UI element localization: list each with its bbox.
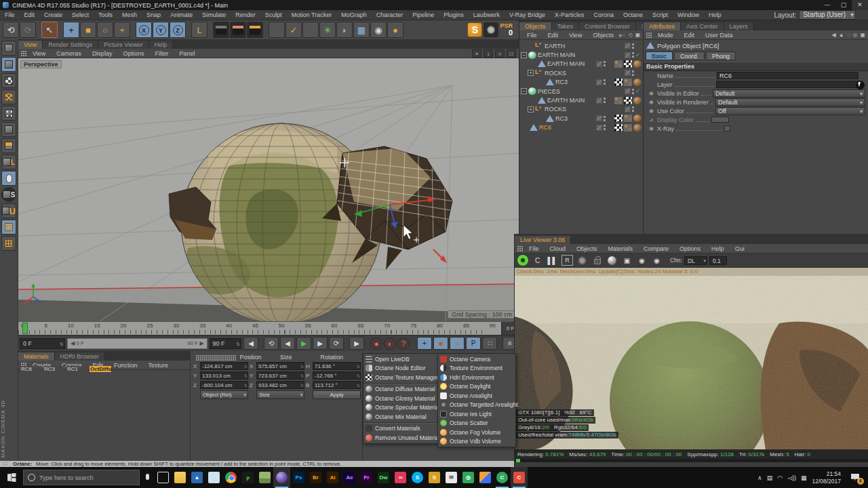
goto-start-button[interactable]: ◀ [243,337,258,350]
texture-tag-icon[interactable] [624,97,632,104]
menu-item[interactable]: Render [231,12,260,18]
octane-menu-item[interactable]: Octane Arealight [438,391,515,401]
viewport-menu-item[interactable]: Filter [149,50,174,57]
region-render-button[interactable]: R [561,255,573,266]
dreamweaver-app[interactable]: Dw [375,467,392,488]
texture-tag-icon[interactable] [624,60,632,68]
attributes-menu-item[interactable]: User Data [700,32,738,39]
key-scale-toggle[interactable]: ■ [433,337,448,350]
expand-toggle-icon[interactable] [522,125,528,131]
texture-tag-icon[interactable] [624,124,632,131]
position-mode-dropdown[interactable]: Object (Rel) [200,390,248,399]
octane-menu-item[interactable]: Octane Node Editor [363,364,439,373]
use-color-dropdown[interactable]: Off [715,107,865,115]
edges-mode-button[interactable] [1,122,16,137]
lock-resolution-icon[interactable] [594,259,601,264]
expand-toggle-icon[interactable]: − [521,52,527,58]
objects-panel-tab[interactable]: Takes [552,22,580,30]
toggle-view-icon[interactable]: □ [507,49,516,58]
viewport-tab[interactable]: Render Settings [43,41,98,49]
coord-system-toggle[interactable]: L [191,22,208,38]
objects-menu-item[interactable]: Edit [542,32,564,39]
render-view-button[interactable] [213,22,229,38]
chevron-up-icon[interactable]: ∧ [757,474,762,481]
materials-menu-item[interactable]: Texture [143,362,174,369]
search-input[interactable]: Type here to search [23,470,140,485]
recorder-app[interactable]: C [511,467,528,488]
perspective-viewport[interactable]: Perspective Grid Spacing : 100 cm [18,58,519,321]
live-viewer-menu-item[interactable]: Materials [603,245,639,252]
start-frame-field[interactable]: 0 F [20,338,65,349]
material-tag-icon[interactable] [633,115,642,122]
display-color-swatch[interactable] [711,117,729,123]
scale-tool[interactable]: ■ [80,22,96,38]
viewport-tab[interactable]: Picture Viewer [98,41,149,49]
materials-tab[interactable]: Materials [18,352,55,361]
visibility-dots-icon[interactable] [603,124,606,131]
menu-item[interactable]: Script [648,12,673,18]
texture-tag-icon[interactable] [624,115,632,122]
objects-menu-item[interactable]: View [564,32,587,39]
expand-toggle-icon[interactable]: + [528,106,534,113]
texture-mode-button[interactable] [1,73,16,88]
octane-menu-item[interactable]: Octane Fog Volume [438,428,515,437]
undo-button[interactable]: ⟲ [3,22,19,38]
pan-view-icon[interactable]: + [472,49,481,58]
document-app[interactable] [205,467,222,488]
render-tag-icon[interactable] [625,106,631,113]
volume-icon[interactable]: ◅)) [787,474,796,481]
utorrent-app[interactable]: µ [239,467,256,488]
texture-tag-icon[interactable] [614,124,623,131]
objects-panel-tab[interactable]: Objects [519,22,552,30]
skype-app[interactable]: S [409,467,426,488]
material-tag-icon[interactable] [633,124,642,131]
floor-button[interactable]: ▦ [353,22,370,38]
objects-panel-tab[interactable]: Content Browser [579,22,636,30]
polygons-mode-button[interactable] [1,138,16,153]
up-arrow-icon[interactable]: ▲ [839,32,844,38]
menu-item[interactable]: File [0,12,20,18]
material-ball-icon[interactable] [608,256,616,265]
toggle-icon[interactable]: ▣ [635,32,641,38]
menu-item[interactable]: V-Ray Bridge [505,12,550,18]
restart-render-button[interactable]: C [532,255,543,266]
search-icon[interactable]: ◌ [847,32,850,38]
layer-browse-cursor-icon[interactable] [856,81,865,89]
texture-tag-icon[interactable] [614,79,623,86]
live-viewer-menu-item[interactable]: Cloud [545,245,572,252]
prev-frame-button[interactable]: ◀ [280,337,295,350]
photoshop-app[interactable]: Ps [290,467,307,488]
grip-icon[interactable] [20,50,27,56]
enabled-check-icon[interactable]: ✓ [635,52,642,58]
pick-material-icon[interactable]: ◉ [651,255,663,266]
attributes-panel-tab[interactable]: Attributes [644,22,681,30]
menu-item[interactable]: Motion Tracker [287,12,337,18]
render-tag-icon[interactable] [625,43,631,49]
apply-button[interactable]: Apply [313,390,361,399]
cinema4d-app active[interactable] [273,467,290,488]
materials-tab[interactable]: HDRI Browser [55,352,106,361]
viewport-tab[interactable]: Help [149,41,174,49]
octane-logo-button[interactable]: S [467,22,482,37]
live-viewer-tab[interactable]: Live Viewer 3.06 [515,236,571,244]
octane-menu-item[interactable]: Convert Materials [363,424,439,434]
expand-toggle-icon[interactable] [530,98,536,104]
start-button[interactable] [0,467,23,488]
layer-field[interactable] [716,81,859,88]
material-tag-icon[interactable] [633,97,642,104]
attribute-tab[interactable]: Basic [646,52,673,60]
x-axis-lock[interactable]: X [136,22,152,38]
mail-app[interactable]: ✉ [443,467,460,488]
size-y-field[interactable]: 723.637 cm [256,371,304,380]
render-settings-icon[interactable] [578,256,587,265]
visible-in-renderer-dropdown[interactable]: Default [715,98,865,106]
live-selection-tool[interactable]: ↖ [41,22,58,38]
live-viewer-menu-item[interactable]: File [524,245,545,252]
octane-menu-item[interactable]: Octane Ies Light [438,409,515,419]
visibility-dots-icon[interactable] [603,60,606,67]
vegas-app[interactable] [477,467,494,488]
attribute-tab[interactable]: Coord. [674,52,705,60]
chrome-app[interactable] [222,467,239,488]
menu-item[interactable]: Create [39,12,67,18]
menu-item[interactable]: Select [67,12,94,18]
